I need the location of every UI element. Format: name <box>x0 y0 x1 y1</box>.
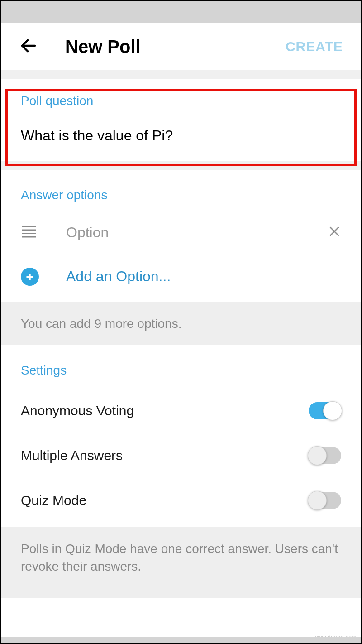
drag-handle-icon[interactable] <box>21 225 39 240</box>
status-bar <box>1 1 361 23</box>
back-arrow-icon[interactable] <box>19 36 38 57</box>
add-option-button[interactable]: + Add an Option... <box>21 253 341 289</box>
poll-question-section: Poll question What is the value of Pi? <box>1 79 361 161</box>
toggle-multiple-answers[interactable] <box>309 447 341 464</box>
create-button[interactable]: CREATE <box>286 39 343 54</box>
quiz-mode-hint: Polls in Quiz Mode have one correct answ… <box>1 527 361 598</box>
option-row <box>21 218 341 253</box>
setting-anonymous-voting: Anonymous Voting <box>21 389 341 433</box>
remove-option-icon[interactable] <box>328 225 341 240</box>
section-gap <box>1 70 361 79</box>
options-hint: You can add 9 more options. <box>1 302 361 345</box>
setting-label: Quiz Mode <box>21 493 86 508</box>
setting-label: Multiple Answers <box>21 448 123 463</box>
settings-section: Settings Anonymous Voting Multiple Answe… <box>1 345 361 527</box>
poll-question-label: Poll question <box>21 94 341 108</box>
toggle-quiz-mode[interactable] <box>309 492 341 509</box>
page-title: New Poll <box>65 37 286 57</box>
setting-multiple-answers: Multiple Answers <box>21 433 341 478</box>
answer-options-section: Answer options + Add an Option... <box>1 170 361 302</box>
add-option-label: Add an Option... <box>66 268 171 285</box>
section-gap <box>1 161 361 170</box>
answer-options-label: Answer options <box>21 188 341 202</box>
toggle-anonymous-voting[interactable] <box>309 402 341 419</box>
poll-question-input[interactable]: What is the value of Pi? <box>21 126 341 145</box>
setting-quiz-mode: Quiz Mode <box>21 478 341 523</box>
header: New Poll CREATE <box>1 23 361 70</box>
settings-label: Settings <box>21 363 341 378</box>
bottom-bar <box>1 637 361 643</box>
option-input[interactable] <box>66 221 328 244</box>
setting-label: Anonymous Voting <box>21 403 134 418</box>
plus-icon: + <box>21 268 39 286</box>
